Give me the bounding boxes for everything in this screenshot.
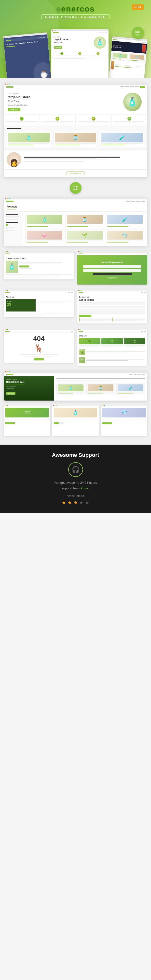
star-2[interactable]: ★ xyxy=(67,500,72,505)
thumb-1: Organic Natural Care xyxy=(4,404,50,436)
star-3[interactable]: ★ xyxy=(74,500,78,505)
thumb-2: 🧴 xyxy=(52,404,99,436)
headset-icon: 🎧 xyxy=(72,466,80,474)
thumb-3: 💎 xyxy=(101,404,147,436)
hero-screenshots: For people who do not go with the times.… xyxy=(0,22,151,78)
footer-section: Awesome Support 🎧 You get awesome 24/24 … xyxy=(0,445,151,513)
single-product-img: 🧴 xyxy=(6,261,18,273)
about-contact-row: About us About 25 Years Experience xyxy=(4,290,147,323)
hero-mockup-left: For people who do not go with the times.… xyxy=(3,33,51,78)
products-page-preview: Products xyxy=(4,197,147,246)
organic-cta: Shop Now xyxy=(54,46,63,49)
blog-col: Blog List 🌿 🌱 xyxy=(77,328,148,366)
view-more-btn[interactable]: View More Info xyxy=(66,172,85,175)
hero-logo: eenercos xyxy=(56,5,95,13)
error-404-text: 404 xyxy=(33,335,45,342)
main-content: The Original Organic Store Skin Care Nat… xyxy=(0,78,151,445)
psd-badge: PSD xyxy=(132,5,144,10)
about-number: 25 xyxy=(7,303,34,306)
page-more-badge: Page more xyxy=(70,182,82,194)
hero-section: PSD eenercos SINGLE PRODUCT ECOMMERCE 03… xyxy=(0,0,151,78)
additional-preview-1: Organic Products Natural Skin Care Fresh… xyxy=(4,371,147,401)
homes-count-badge: 03+ Home xyxy=(132,27,144,39)
organic-subtitle: The Original xyxy=(54,36,94,38)
three-col-thumbs: Organic Natural Care 🧴 xyxy=(4,404,147,436)
footer-title: Awesome Support xyxy=(5,452,146,458)
star-4[interactable]: ★ xyxy=(79,500,84,505)
contact-subtitle: Get in Touch xyxy=(79,299,146,301)
contact-title: Contact us xyxy=(79,296,146,298)
organic-product-hero-img: 🧴 xyxy=(123,93,142,111)
single-product-title: Sport Pendant Solace xyxy=(6,257,72,259)
hero-subtitle: SINGLE PRODUCT ECOMMERCE xyxy=(42,14,109,19)
organic-product-img: 🧴 xyxy=(94,37,106,49)
organic-store-preview-card: The Original Organic Store Skin Care Nat… xyxy=(4,83,147,177)
error-404-col: 404 🦌 xyxy=(4,328,74,366)
woman-skin-care-img: 👩 xyxy=(6,152,21,167)
newsletter-cta xyxy=(93,273,132,275)
hero-mockup-center: The Original Organic Store Skin Care Sho… xyxy=(51,29,109,78)
error-blog-row: 404 🦌 xyxy=(4,328,147,366)
hero-mockup-right: The Original Stress Relief Drink 🧴 🫙 xyxy=(109,37,148,78)
about-title: About us xyxy=(6,296,72,298)
organic-title: Organic Store xyxy=(54,38,94,41)
single-product-col: Sport Pendant Solace 🧴 xyxy=(4,251,74,285)
two-col-section-1: Sport Pendant Solace 🧴 xyxy=(4,251,147,285)
support-icon-wrapper: 🎧 xyxy=(68,462,83,477)
footer-desc-1: You get awesome 24/24 hours xyxy=(5,481,146,485)
error-deer-icon: 🦌 xyxy=(34,344,44,353)
organic-store-title: Organic Store xyxy=(8,95,121,99)
footer-desc-2: support from xyxy=(62,487,80,490)
rating-stars: ★ ★ ★ ★ ★ xyxy=(5,500,146,506)
about-col: About us About 25 Years Experience xyxy=(4,290,74,323)
footer-link[interactable]: Pixnet xyxy=(80,487,89,490)
organic-title2: Skin Care xyxy=(54,41,94,43)
rate-label: Please rate us! xyxy=(5,494,146,498)
newsletter-col: Subscribe Newsletter in 60% PSD xyxy=(77,251,148,285)
star-5[interactable]: ★ xyxy=(85,500,89,505)
blog-title: Blog List xyxy=(79,335,146,337)
newsletter-title: Subscribe Newsletter xyxy=(101,261,124,264)
organic-shop-btn[interactable]: Shop Now xyxy=(8,108,20,111)
contact-col: Contact us Get in Touch xyxy=(77,290,148,323)
products-page-title: Products xyxy=(6,205,145,208)
star-1[interactable]: ★ xyxy=(62,500,66,505)
